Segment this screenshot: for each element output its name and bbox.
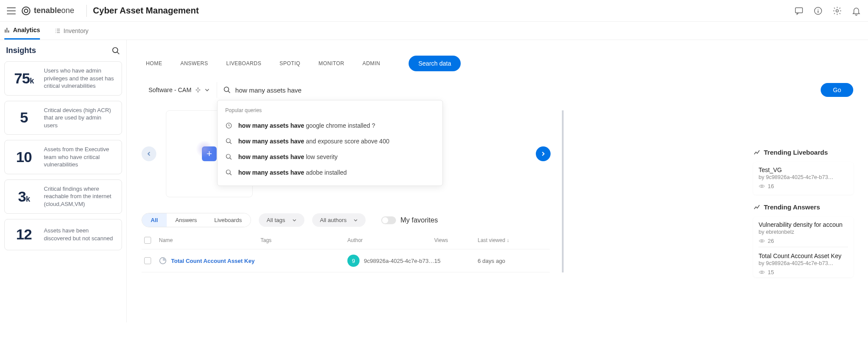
nav-item-liveboards[interactable]: LIVEBOARDS — [226, 60, 261, 66]
svg-line-20 — [230, 173, 231, 175]
suggestion-item[interactable]: how many assets have low severity — [218, 149, 442, 165]
tab-analytics[interactable]: Analytics — [4, 22, 40, 40]
eye-icon — [759, 269, 765, 275]
search-input-wrap — [217, 82, 812, 98]
favorites-toggle[interactable]: My favorites — [381, 216, 438, 224]
seg-all[interactable]: All — [142, 213, 167, 227]
suggestion-text: how many assets have and exposure score … — [238, 138, 389, 145]
nav-item-admin[interactable]: ADMIN — [363, 60, 380, 66]
insight-card[interactable]: 3k Critical findings where reachable fro… — [4, 179, 122, 214]
nav-item-spotiq[interactable]: SPOTIQ — [280, 60, 300, 66]
svg-rect-8 — [7, 28, 7, 33]
nav-item-home[interactable]: HOME — [146, 60, 162, 66]
svg-point-0 — [22, 7, 30, 15]
app-title: Cyber Asset Management — [93, 6, 199, 16]
table-header: Name Tags Author Views Last viewed ↓ — [142, 232, 550, 249]
col-tags[interactable]: Tags — [261, 237, 347, 243]
nav-item-monitor[interactable]: MONITOR — [319, 60, 344, 66]
trending-answer-item[interactable]: Total Count Account Asset Key by 9c98926… — [759, 252, 848, 275]
suggestion-text: how many assets have low severity — [238, 153, 338, 160]
nav-item-answers[interactable]: ANSWERS — [181, 60, 208, 66]
carousel-prev[interactable] — [142, 146, 156, 161]
bell-icon[interactable] — [851, 6, 861, 16]
row-name[interactable]: Total Count Account Asset Key — [159, 257, 261, 265]
row-checkbox[interactable] — [144, 257, 151, 264]
chart-icon — [159, 257, 167, 265]
trending-liveboard-item[interactable]: Test_VG by 9c98926a-4025-4c7e-b73… 16 — [753, 162, 853, 195]
row-author: 99c98926a-4025-4c7e-b73… — [347, 255, 434, 267]
svg-rect-7 — [5, 30, 6, 33]
svg-point-12 — [224, 87, 229, 92]
type-segment: All Answers Liveboards — [142, 213, 251, 227]
trending-answer-item[interactable]: Vulnerability density for accoun by ebre… — [759, 221, 848, 244]
trending-item-title: Test_VG — [759, 166, 848, 173]
search-input[interactable] — [235, 86, 806, 94]
carousel-next[interactable] — [536, 146, 551, 161]
brand-logo[interactable]: tenableone — [21, 6, 74, 16]
toggle-icon — [381, 216, 396, 224]
sidebar: Insights 75k Users who have admin privil… — [0, 40, 127, 322]
top-tabs: Analytics Inventory — [0, 22, 868, 40]
seg-answers[interactable]: Answers — [167, 213, 206, 227]
insight-card[interactable]: 10 Assets from the Executive team who ha… — [4, 140, 122, 174]
svg-point-23 — [761, 240, 763, 242]
eye-icon — [759, 238, 765, 244]
brand-icon — [21, 6, 31, 16]
trending-item-views: 26 — [768, 238, 774, 244]
insight-card[interactable]: 5 Critical devices (high ACR) that are u… — [4, 101, 122, 135]
menu-icon[interactable] — [7, 7, 16, 14]
col-author[interactable]: Author — [347, 237, 434, 243]
svg-point-22 — [761, 186, 763, 187]
svg-line-11 — [117, 52, 119, 54]
bars-icon — [4, 27, 10, 33]
gear-icon[interactable] — [832, 6, 842, 16]
trending-panel: Trending Liveboards Test_VG by 9c98926a-… — [753, 149, 853, 286]
go-button[interactable]: Go — [821, 83, 853, 97]
svg-line-13 — [228, 91, 230, 93]
chevron-right-icon — [541, 151, 546, 156]
favorites-label: My favorites — [400, 216, 438, 224]
authors-filter[interactable]: All authors — [312, 213, 366, 227]
divider — [86, 5, 87, 17]
trending-item-views: 15 — [768, 269, 774, 275]
info-icon[interactable] — [813, 6, 823, 16]
seg-liveboards[interactable]: Liveboards — [205, 213, 251, 227]
insights-title: Insights — [6, 46, 36, 55]
source-label: Software - CAM — [149, 86, 191, 93]
search-icon — [223, 86, 231, 94]
select-all-checkbox[interactable] — [144, 237, 151, 244]
search-icon[interactable] — [112, 46, 120, 55]
tags-filter[interactable]: All tags — [259, 213, 304, 227]
results-table: Name Tags Author Views Last viewed ↓ Tot… — [142, 232, 550, 272]
col-name[interactable]: Name — [159, 237, 261, 243]
trend-icon — [753, 204, 760, 211]
col-views[interactable]: Views — [434, 237, 478, 243]
plus-icon: + — [202, 146, 217, 161]
svg-point-4 — [818, 9, 818, 10]
svg-point-15 — [226, 139, 230, 143]
tab-inventory-label: Inventory — [63, 27, 89, 34]
insight-text: Critical devices (high ACR) that are use… — [44, 106, 116, 129]
insight-value: 10 — [11, 149, 37, 166]
col-last-viewed[interactable]: Last viewed ↓ — [478, 237, 547, 243]
source-select[interactable]: Software - CAM — [142, 82, 217, 98]
clock-icon — [225, 122, 232, 129]
svg-point-1 — [24, 9, 28, 13]
svg-rect-5 — [818, 10, 818, 13]
svg-point-10 — [113, 47, 118, 53]
tab-analytics-label: Analytics — [13, 27, 40, 33]
chevron-left-icon — [146, 151, 152, 156]
table-row[interactable]: Total Count Account Asset Key 99c98926a-… — [142, 249, 550, 272]
tab-inventory[interactable]: Inventory — [55, 22, 89, 40]
svg-point-6 — [836, 10, 838, 12]
suggestions-heading: Popular queries — [218, 106, 442, 118]
suggestion-item[interactable]: how many assets have and exposure score … — [218, 133, 442, 149]
chat-icon[interactable] — [794, 6, 804, 16]
insight-card[interactable]: 75k Users who have admin privileges and … — [4, 61, 122, 96]
search-data-button[interactable]: Search data — [409, 56, 461, 71]
suggestion-item[interactable]: how many assets have adobe installed — [218, 165, 442, 180]
chevron-down-icon — [205, 87, 210, 93]
row-last-viewed: 6 days ago — [478, 258, 547, 264]
suggestion-item[interactable]: how many assets have google chrome insta… — [218, 118, 442, 133]
insight-card[interactable]: 12 Assets have been discovered but not s… — [4, 219, 122, 250]
